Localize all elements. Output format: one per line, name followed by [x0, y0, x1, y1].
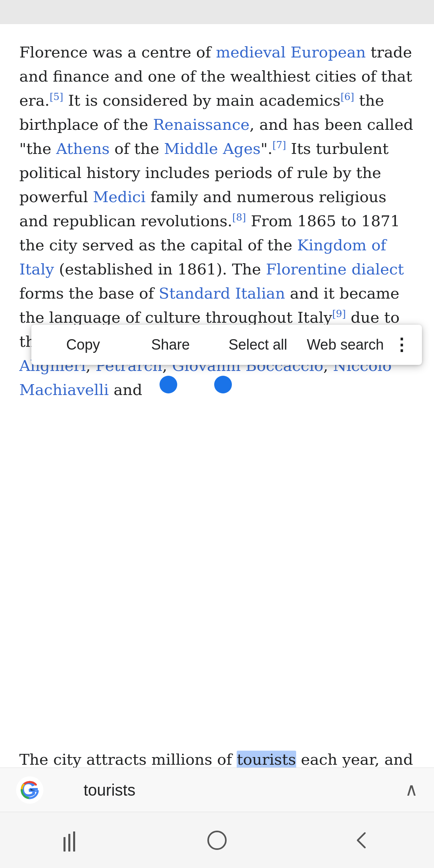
link-medieval-european[interactable]: medieval European: [216, 43, 366, 61]
ref-7[interactable]: [7]: [272, 139, 286, 151]
web-search-button[interactable]: Web search: [302, 326, 389, 364]
google-search-text: tourists: [84, 778, 405, 802]
share-button[interactable]: Share: [127, 326, 215, 364]
highlighted-word: tourists: [237, 751, 296, 768]
recent-apps-button[interactable]: [60, 828, 84, 852]
text-static: (established in 1861). The: [54, 260, 266, 278]
select-all-button[interactable]: Select all: [214, 326, 302, 364]
text-static: It is considered by main academics: [63, 92, 340, 109]
home-button[interactable]: [205, 828, 229, 852]
svg-rect-3: [68, 834, 70, 852]
link-standard-italian[interactable]: Standard Italian: [159, 285, 285, 302]
link-renaissance[interactable]: Renaissance: [153, 116, 250, 133]
svg-rect-5: [208, 831, 226, 849]
nav-bar: [0, 812, 434, 868]
ref-9[interactable]: [9]: [332, 309, 346, 320]
text-static: Florence was a centre of: [19, 43, 216, 61]
more-options-button[interactable]: ⋮: [389, 323, 414, 366]
selection-handle-right[interactable]: [214, 376, 232, 393]
status-bar: [0, 0, 434, 24]
selection-handle-left[interactable]: [160, 376, 177, 393]
text-static: forms the base of: [19, 285, 159, 302]
text-static: The city attracts millions of: [19, 751, 237, 768]
recent-apps-icon: [60, 828, 84, 852]
content-area: Florence was a centre of medieval Europe…: [0, 24, 434, 868]
link-medici[interactable]: Medici: [93, 188, 145, 206]
back-icon: [350, 828, 374, 852]
svg-rect-4: [73, 831, 75, 852]
context-menu: Copy Share Select all Web search ⋮: [31, 325, 422, 365]
link-athens[interactable]: Athens: [56, 140, 110, 158]
copy-button[interactable]: Copy: [39, 326, 127, 364]
home-icon: [205, 828, 229, 852]
google-search-bar[interactable]: G tourists ∧: [0, 768, 434, 812]
chevron-up-icon[interactable]: ∧: [405, 776, 418, 803]
text-static: and: [109, 381, 143, 399]
text-static: of the: [110, 140, 164, 158]
ref-5[interactable]: [5]: [49, 91, 63, 102]
svg-rect-2: [63, 837, 66, 852]
link-middle-ages[interactable]: Middle Ages: [164, 140, 260, 158]
ref-6[interactable]: [6]: [340, 91, 354, 102]
google-g-icon: [16, 776, 43, 804]
text-static: ".: [260, 140, 272, 158]
ref-8[interactable]: [8]: [232, 212, 246, 223]
back-button[interactable]: [350, 828, 374, 852]
link-florentine-dialect[interactable]: Florentine dialect: [266, 260, 404, 278]
